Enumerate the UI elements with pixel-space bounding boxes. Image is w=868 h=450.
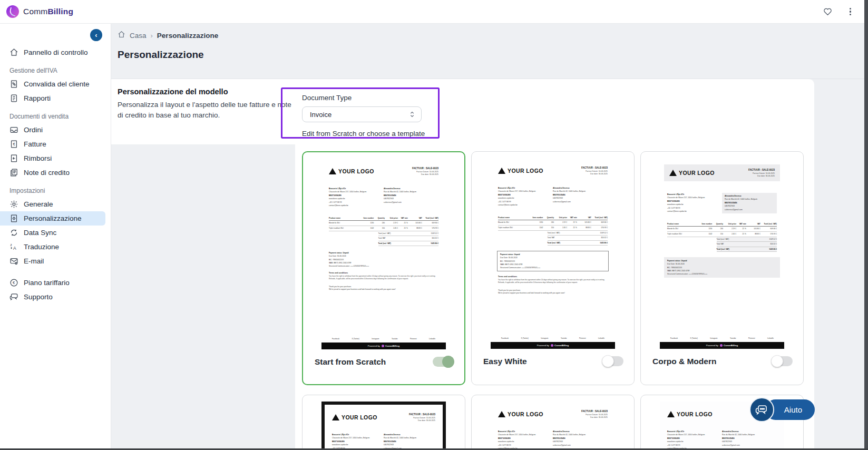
breadcrumb-home[interactable]: Casa bbox=[130, 32, 147, 40]
table-cell: 609.84 € bbox=[422, 222, 438, 224]
template-toggle[interactable] bbox=[433, 357, 454, 367]
document-type-select[interactable]: Invoice bbox=[302, 106, 422, 122]
sidebar-item-label: Traduzione bbox=[24, 243, 59, 251]
template-card-white[interactable]: YOUR LOGOFACTUUR : SALE-0023Factuur Datu… bbox=[471, 151, 635, 385]
table-cell: Triple troublant 33cl bbox=[667, 233, 699, 235]
sidebar-item-supporto[interactable]: Supporto bbox=[0, 290, 111, 304]
table-cell: 240 bbox=[712, 228, 723, 230]
invoice-terms: Terms and conditionsYou have the right t… bbox=[498, 276, 608, 284]
total-label: Total (excl. VAT) bbox=[378, 232, 391, 234]
invoice-header: YOUR LOGOFACTUUR : SALE-0023Factuur Datu… bbox=[329, 167, 438, 175]
sidebar-collapse-button[interactable]: ‹ bbox=[90, 29, 102, 41]
invoice-table-header: Product nameItem numberQuantityUnit pric… bbox=[329, 217, 438, 221]
invoice-buyer-address: Alexandria DevreuxRue du Marché 42, 1040… bbox=[722, 430, 777, 449]
sidebar-item-data-sync[interactable]: Data Sync bbox=[0, 226, 111, 240]
sidebar-item-ordini[interactable]: Ordini bbox=[0, 123, 111, 137]
invoice-table-row: Triple troublant 33cl11421502.45 €21 %88… bbox=[329, 226, 438, 231]
page-title: Personalizzazione bbox=[118, 49, 868, 61]
total-label: Total (incl. VAT) bbox=[717, 248, 729, 250]
sidebar-item-convalida-del-cliente[interactable]: Convalida del cliente bbox=[0, 77, 111, 91]
table-cell: 150 bbox=[374, 227, 385, 229]
total-value: 1109.52 € bbox=[769, 238, 777, 240]
template-choose-hint: Edit from Scratch or choose a template bbox=[302, 130, 804, 138]
vertical-scrollbar[interactable] bbox=[864, 0, 868, 450]
invoice-seller-address: Brasserie L'Épi d'OrChaussée de Wavre 21… bbox=[329, 187, 384, 208]
sidebar-item-note-di-credito[interactable]: Note di credito bbox=[0, 165, 111, 180]
sidebar-item-fatture[interactable]: €Fatture bbox=[0, 137, 111, 151]
invoice-meta-line: Due date: 30-06-2025 bbox=[581, 173, 608, 175]
help-chat-icon[interactable] bbox=[749, 397, 774, 422]
template-card-scratch[interactable]: YOUR LOGOFACTUUR : SALE-0023Factuur Datu… bbox=[302, 151, 465, 385]
sidebar-item-label: Rimborsi bbox=[24, 154, 52, 162]
sidebar: ‹ Pannello di controlloGestione dell'IVA… bbox=[0, 24, 111, 450]
favorites-heart-icon[interactable] bbox=[823, 7, 833, 16]
document-type-value: Invoice bbox=[310, 111, 331, 119]
invoice-buyer-address: Alexandria DevreuxRue du Marché 42, 1040… bbox=[553, 187, 608, 207]
invoice-totals: Total (excl. VAT)1109.52 €Total VAT324.3… bbox=[548, 231, 608, 246]
sidebar-item-rapporti[interactable]: Rapporti bbox=[0, 91, 111, 105]
sidebar-item-piano-tariffario[interactable]: €Piano tariffario bbox=[0, 276, 111, 290]
powered-brand-text: CommBilling bbox=[554, 344, 569, 347]
address-line: a.devreux@gmail.com bbox=[384, 201, 438, 204]
invoice-table-header: Product nameItem numberQuantityUnit pric… bbox=[667, 223, 777, 227]
sidebar-item-rimborsi[interactable]: Rimborsi bbox=[0, 151, 111, 165]
sidebar-item-e-mail[interactable]: E-mail bbox=[0, 254, 111, 268]
mail-icon bbox=[9, 257, 18, 266]
invoice-buyer-address: Alexandria DevreuxRue du Marché 42, 1040… bbox=[384, 187, 438, 208]
invoices-icon: € bbox=[9, 140, 18, 149]
invoice-logo-text: YOUR LOGO bbox=[677, 411, 713, 417]
template-card-corpo[interactable]: YOUR LOGOFACTUUR : SALE-0023Factuur Datu… bbox=[640, 151, 804, 385]
sidebar-item-generale[interactable]: Generale bbox=[0, 197, 111, 211]
table-header-cell: Product name bbox=[498, 217, 530, 219]
invoice-buyer-address: Alexandria DevreuxRue du Marché 42, 1040… bbox=[553, 430, 608, 449]
invoice-addresses: Brasserie L'Épi d'OrChaussée de Wavre 21… bbox=[332, 433, 435, 449]
sidebar-section-label: Gestione dell'IVA bbox=[0, 60, 111, 77]
gear-icon bbox=[9, 200, 18, 209]
social-link-label: LinkedIn bbox=[429, 338, 435, 340]
invoice-powered-bar: Powered byCommBilling bbox=[660, 342, 784, 349]
table-header-cell: Unit price bbox=[385, 217, 398, 219]
thanks-line: We're proud to support your business and… bbox=[498, 292, 608, 295]
invoice-meta: FACTUUR : SALE-0023Factuur Datum: 10-06-… bbox=[748, 169, 775, 177]
brand: CommBilling bbox=[6, 5, 73, 18]
help-widget: Aiuto bbox=[765, 399, 815, 420]
invoice-seller-address: Brasserie L'Épi d'OrChaussée de Wavre 21… bbox=[498, 187, 553, 207]
invoice-total-row: Total VAT324.32 € bbox=[548, 236, 608, 240]
sidebar-item-label: Note di credito bbox=[24, 169, 70, 177]
invoice-doc-title: FACTUUR : SALE-0023 bbox=[409, 413, 435, 416]
sidebar-item-pannello-di-controllo[interactable]: Pannello di controllo bbox=[0, 45, 111, 60]
invoice-table: Product nameItem numberQuantityUnit pric… bbox=[498, 217, 608, 246]
sidebar-item-label: Fatture bbox=[24, 140, 46, 148]
triangle-logo-icon bbox=[667, 411, 675, 417]
table-header-cell: VAT rate bbox=[567, 217, 577, 219]
invoice-meta-line: Factuur Datum: 10-06-2025 bbox=[409, 417, 435, 419]
terms-heading: Terms and conditions bbox=[329, 272, 438, 274]
table-cell: 88.83 € bbox=[577, 227, 591, 229]
powered-brand-text: CommBilling bbox=[724, 344, 738, 347]
sidebar-item-label: Data Sync bbox=[24, 229, 56, 237]
table-cell: 150 bbox=[543, 227, 554, 229]
invoice-seller-address: Brasserie L'Épi d'OrChaussée de Wavre 21… bbox=[498, 430, 553, 449]
table-header-cell: Product name bbox=[329, 217, 360, 219]
table-cell: 576.93 € bbox=[760, 233, 777, 235]
sidebar-item-label: Rapporti bbox=[24, 94, 51, 102]
social-link-label: Instagram bbox=[541, 337, 548, 339]
payment-line: Structured Communication: +++123/4567/89… bbox=[329, 265, 438, 268]
orders-icon bbox=[9, 125, 18, 134]
sidebar-item-personalizzazione[interactable]: Personalizzazione bbox=[0, 211, 105, 226]
template-card-frame[interactable]: YOUR LOGOFACTUUR : SALE-0023Factuur Datu… bbox=[302, 395, 465, 449]
address-line: contact@biere-epidor.be bbox=[498, 203, 553, 207]
table-header-cell: Unit price bbox=[723, 223, 736, 225]
more-options-kebab-icon[interactable] bbox=[846, 7, 854, 17]
invoice-logo: YOUR LOGO bbox=[332, 413, 377, 422]
sidebar-item-traduzione[interactable]: zATraduzione bbox=[0, 240, 111, 254]
table-cell: Blonde 6x 33cl bbox=[667, 228, 699, 230]
template-toggle[interactable] bbox=[772, 356, 793, 366]
table-header-cell: VAT bbox=[746, 223, 760, 225]
sidebar-item-label: Ordini bbox=[24, 126, 43, 134]
payment-line: Structured Communication: +++123/4567/89… bbox=[500, 266, 606, 269]
template-panel: Document Type Invoice Edit from Scratch … bbox=[295, 79, 814, 449]
template-toggle[interactable] bbox=[602, 356, 623, 366]
invoice-total-row: Total (excl. VAT)1109.52 € bbox=[717, 237, 777, 242]
template-card-plain[interactable]: YOUR LOGOFACTUUR : SALE-0023Factuur Datu… bbox=[471, 395, 635, 449]
